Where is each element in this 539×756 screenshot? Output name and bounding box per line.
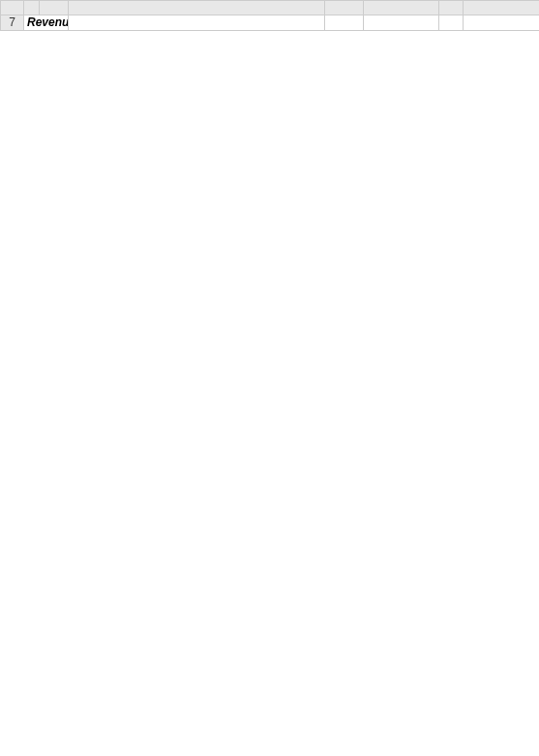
col-header-B[interactable] — [40, 1, 69, 15]
row-header[interactable]: 7 — [1, 15, 24, 31]
cell[interactable] — [364, 15, 439, 31]
col-header-G[interactable] — [464, 1, 540, 15]
column-header-row[interactable] — [1, 1, 540, 15]
select-all-corner[interactable] — [1, 1, 24, 15]
col-header-D[interactable] — [325, 1, 364, 15]
col-header-F[interactable] — [439, 1, 464, 15]
cell[interactable] — [325, 15, 364, 31]
col-header-E[interactable] — [364, 1, 439, 15]
spreadsheet-grid[interactable]: 7Revenue: — [0, 0, 539, 31]
col-header-C[interactable] — [69, 1, 325, 15]
col-header-A[interactable] — [24, 1, 40, 15]
grid-row[interactable]: 7Revenue: — [1, 15, 540, 31]
cell[interactable] — [439, 15, 464, 31]
revenue-title[interactable]: Revenue: — [24, 15, 69, 31]
cell[interactable] — [464, 15, 540, 31]
cell[interactable] — [69, 15, 325, 31]
